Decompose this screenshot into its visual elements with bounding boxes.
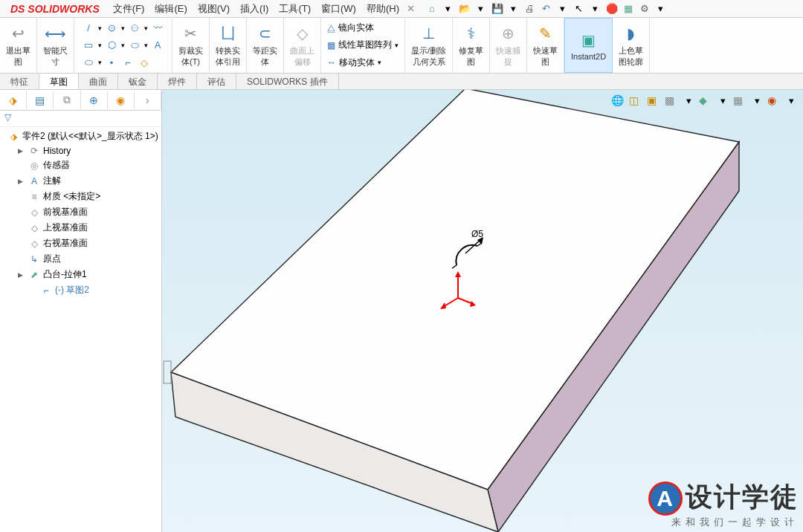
point-icon[interactable]: •: [105, 56, 118, 69]
expand-icon[interactable]: ▶: [18, 147, 25, 155]
text-icon[interactable]: A: [151, 39, 164, 52]
tree-root[interactable]: ⬗零件2 (默认<<默认>_显示状态 1>): [0, 129, 161, 144]
view-filter-icon[interactable]: ▦: [733, 94, 746, 108]
tree-top-plane[interactable]: ◇上视基准面: [0, 220, 161, 236]
model-view: Ø5: [162, 90, 803, 532]
pattern-group: ⧋镜向实体 ▦线性草图阵列▾ ↔移动实体▾: [321, 18, 405, 73]
tree-material[interactable]: ≡材质 <未指定>: [0, 189, 161, 204]
tree-front-plane[interactable]: ◇前视基准面: [0, 204, 161, 220]
side-tab-config[interactable]: ⧉: [54, 91, 80, 109]
view-box1-icon[interactable]: ◫: [629, 94, 642, 108]
menu-tools[interactable]: 工具(T): [274, 1, 315, 17]
options-icon[interactable]: ▦: [622, 3, 634, 15]
view-box2-icon[interactable]: ▣: [647, 94, 660, 108]
circle-icon[interactable]: ⊙: [105, 22, 118, 35]
save-icon[interactable]: 💾: [491, 3, 503, 15]
menu-window[interactable]: 窗口(W): [317, 1, 361, 17]
logo-name: SOLIDWORKS: [28, 3, 99, 15]
side-tab-dimxpert[interactable]: ⊕: [81, 91, 108, 109]
new-icon[interactable]: ▾: [442, 3, 454, 15]
linear-pattern-button[interactable]: ▦线性草图阵列▾: [327, 39, 399, 51]
tab-weld[interactable]: 焊件: [158, 74, 197, 89]
menu-insert[interactable]: 插入(I): [236, 1, 273, 17]
view-display-icon[interactable]: ◉: [767, 94, 781, 108]
viewport[interactable]: Ø5 🌐 ◫ ▣ ▩ ▾ ◆ ▾ ▦ ▾ ◉ ▾ A设计学徒 来和我们一起学设计: [162, 90, 803, 532]
exit-sketch-button[interactable]: ↩ 退出草 图: [0, 18, 37, 73]
command-toolbar: ↩ 退出草 图 ⟷ 智能尺 寸 /▾ ⊙▾ ⦵▾ 〰 ▭▾ ⬡▾ ⬭▾ A ⬭▾…: [0, 18, 803, 74]
tree-history[interactable]: ▶⟳History: [0, 144, 161, 158]
tree-sensor[interactable]: ◎传感器: [0, 158, 161, 173]
view-drop1-icon[interactable]: ▾: [683, 94, 694, 106]
menu-help[interactable]: 帮助(H): [362, 1, 404, 17]
tab-sheetmetal[interactable]: 钣金: [118, 74, 158, 89]
quick-snap-icon: ⊕: [498, 23, 519, 44]
save-dropdown-icon[interactable]: ▾: [508, 3, 520, 15]
menu-view[interactable]: 视图(V): [193, 1, 234, 17]
side-tab-more[interactable]: ›: [135, 91, 161, 109]
rect-icon[interactable]: ▭: [82, 39, 95, 52]
side-tab-tree[interactable]: ⬗: [0, 91, 27, 109]
offset-icon: ⊂: [255, 23, 276, 44]
quick-sketch-button[interactable]: ✎ 快速草 图: [527, 18, 564, 73]
polygon-icon[interactable]: ⬡: [105, 39, 118, 52]
undo-dropdown-icon[interactable]: ▾: [557, 3, 569, 15]
view-drop4-icon[interactable]: ▾: [785, 94, 797, 106]
tree-right-plane[interactable]: ◇右视基准面: [0, 236, 161, 251]
home-icon[interactable]: ⌂: [426, 3, 438, 15]
menu-file[interactable]: 文件(F): [109, 1, 149, 17]
plane-icon[interactable]: ◇: [138, 56, 151, 69]
arc-icon[interactable]: ⦵: [128, 22, 141, 35]
tree-extrude[interactable]: ▶⬈凸台-拉伸1: [0, 267, 161, 282]
plane-icon: ◇: [28, 207, 40, 218]
sketch-tools-group: /▾ ⊙▾ ⦵▾ 〰 ▭▾ ⬡▾ ⬭▾ A ⬭▾ • ⌐ ◇: [74, 18, 172, 73]
tree-sketch2[interactable]: ⌐(-) 草图2: [0, 282, 161, 298]
view-appearance-icon[interactable]: ◆: [699, 94, 712, 108]
settings-icon[interactable]: ⚙: [639, 3, 651, 15]
tab-eval[interactable]: 评估: [197, 74, 236, 89]
side-tab-display[interactable]: ◉: [108, 91, 135, 109]
tab-surface[interactable]: 曲面: [79, 74, 118, 89]
open-icon[interactable]: 📂: [459, 3, 471, 15]
undo-icon[interactable]: ↶: [541, 3, 552, 15]
rebuild-icon[interactable]: 🛑: [606, 3, 618, 15]
tab-plugin[interactable]: SOLIDWORKS 插件: [236, 74, 339, 89]
convert-button[interactable]: ⼐ 转换实 体引用: [210, 18, 247, 73]
sensor-icon: ◎: [28, 160, 40, 171]
search-icon[interactable]: ✕: [405, 3, 417, 15]
menu-edit[interactable]: 编辑(E): [150, 1, 191, 17]
tree-annotation[interactable]: ▶A注解: [0, 173, 161, 189]
move-button[interactable]: ↔移动实体▾: [327, 56, 399, 69]
slot-icon[interactable]: ⬭: [82, 56, 95, 69]
side-tab-property[interactable]: ▤: [27, 91, 54, 109]
tree-origin[interactable]: ↳原点: [0, 251, 161, 267]
dimension-label: Ø5: [471, 229, 483, 239]
fillet-icon[interactable]: ⌐: [121, 56, 135, 69]
view-drop2-icon[interactable]: ▾: [717, 94, 729, 106]
side-tabs: ⬗ ▤ ⧉ ⊕ ◉ ›: [0, 90, 161, 111]
tab-feature[interactable]: 特征: [0, 74, 39, 89]
expand-icon[interactable]: ▶: [18, 271, 25, 279]
select-dropdown-icon[interactable]: ▾: [590, 3, 602, 15]
mirror-button[interactable]: ⧋镜向实体: [327, 22, 399, 34]
filter-row[interactable]: ▽: [0, 111, 161, 127]
view-drop3-icon[interactable]: ▾: [751, 94, 763, 106]
print-icon[interactable]: 🖨: [524, 3, 536, 15]
spline-icon[interactable]: 〰: [151, 22, 164, 35]
tab-sketch[interactable]: 草图: [39, 74, 79, 89]
offset-button[interactable]: ⊂ 等距实 体: [247, 18, 284, 73]
display-delete-button[interactable]: ⊥ 显示/删除 几何关系: [405, 18, 453, 73]
view-scene-icon[interactable]: ▩: [665, 94, 678, 108]
open-dropdown-icon[interactable]: ▾: [475, 3, 487, 15]
instant2d-button[interactable]: ▣ Instant2D: [564, 18, 613, 73]
line-icon[interactable]: /: [82, 22, 95, 35]
expand-icon[interactable]: ▶: [18, 178, 25, 185]
trim-button[interactable]: ✂ 剪裁实 体(T): [172, 18, 210, 73]
select-icon[interactable]: ↖: [573, 3, 585, 15]
view-world-icon[interactable]: 🌐: [611, 94, 625, 108]
repair-button[interactable]: ⚕ 修复草 图: [453, 18, 490, 73]
contour-label: 上色草 图轮廓: [619, 45, 643, 68]
ellipse-icon[interactable]: ⬭: [128, 39, 141, 52]
smart-dimension-button[interactable]: ⟷ 智能尺 寸: [37, 18, 74, 73]
settings-dropdown-icon[interactable]: ▾: [655, 3, 667, 15]
contour-button[interactable]: ◗ 上色草 图轮廓: [613, 18, 650, 73]
